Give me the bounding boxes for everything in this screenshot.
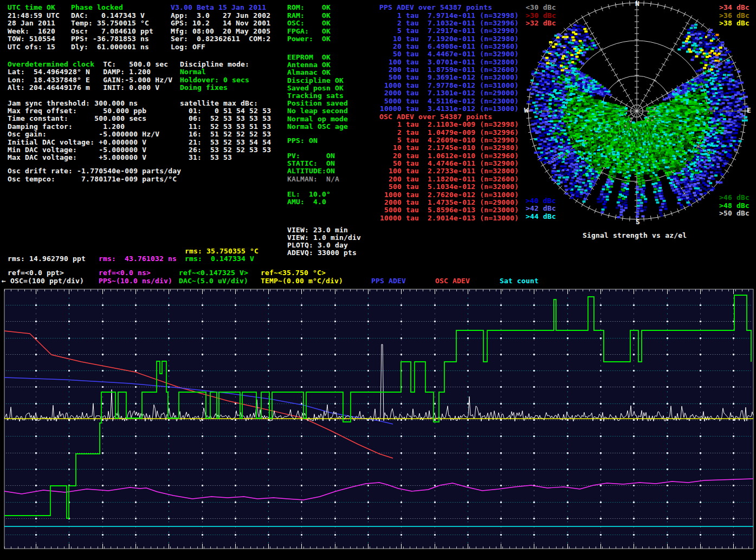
text-line: >50 dBc [719, 210, 749, 217]
text-line: 100 tau 3.0701e-011 (n=32800) [380, 58, 519, 66]
scale-dac: DAC~(5.0 uV/div) [179, 277, 248, 285]
utc-offset: UTC ofs: 15 [8, 43, 55, 51]
text-line: Holdover: 0 secs [180, 76, 249, 84]
serial: Ser: 0.82362611 COM:2 [171, 35, 270, 43]
eeprom-status: EEPROM OK [287, 54, 331, 61]
text-line: 5 tau 4.2609e-010 (n=32990) [380, 136, 519, 144]
view-span: VIEW: 23.0 min [287, 226, 348, 234]
text-line: Doing fixes [180, 84, 228, 92]
view-div: VIEW: 1.0 min/div [287, 234, 361, 242]
utc-time: 21:48:59 UTC [8, 12, 60, 19]
log-status: Log: OFF [171, 43, 205, 51]
text-line: 200 tau 1.1820e-011 (n=32600) [380, 175, 519, 183]
sat-max-dbc-header: satellite max dBc: [180, 100, 258, 107]
osc-status: OSC: OK [287, 19, 331, 27]
app-version: App: 3.0 27 Jun 2002 [171, 12, 270, 19]
gpsdo-console-screen: UTC time OK21:48:59 UTC28 Jan 2011Week: … [0, 0, 756, 560]
osc-age-status: Normal OSC age [287, 123, 348, 131]
scale-pps: PPS~(10.0 ns/div) [99, 277, 172, 285]
power-status: Power: OK [287, 35, 331, 43]
text-line: 26: 53 52 52 53 53 [180, 146, 271, 154]
discipline-status: Discipline OK [287, 77, 344, 84]
skyplot-title: Signal strength vs az/el [583, 232, 687, 239]
text-line: 21: 53 52 53 54 54 [180, 139, 271, 146]
text-line: 100 tau 2.2733e-011 (n=32800) [380, 167, 519, 175]
dly-value: Dly: 61.000001 ns [71, 43, 149, 51]
text-line: Time constant: 500.000 secs [8, 115, 146, 122]
rms-dac: rms: 0.147334 V [185, 255, 254, 263]
ref-osc: ref=<0.0 ppt> [8, 269, 64, 277]
mfg-date: Mfg: 08:00 20 May 2005 [171, 28, 270, 35]
scale-temp: TEMP~(0.00 m°C/div) [261, 277, 343, 285]
adevq: ADEVQ: 33000 pts [287, 249, 357, 257]
utc-date: 28 Jan 2011 [8, 19, 55, 27]
text-line: 20 tau 6.4908e-011 (n=32960) [380, 43, 519, 50]
text-line: 11: 52 53 53 51 53 [180, 123, 271, 131]
text-line: 2000 tau 7.1301e-012 (n=29000) [380, 89, 519, 97]
text-line: Min DAC voltage: -5.000000 V [8, 146, 146, 154]
text-line: 50 tau 4.4746e-011 (n=32900) [380, 160, 519, 167]
ram-status: RAM: OK [287, 12, 331, 19]
discipline-mode-label: Discipline mode: [180, 61, 249, 68]
text-line: Max freq offset: 50.000 ppb [8, 107, 146, 115]
text-line: Initial DAC voltage: +0.000000 V [8, 139, 146, 146]
text-line: 1 tau 7.9714e-011 (n=32998) [380, 12, 519, 19]
text-line: Damping factor: 1.200 [8, 123, 125, 131]
amu-mask: AMU: 4.0 [287, 198, 326, 206]
text-line: 06: 52 53 53 53 53 [180, 115, 271, 122]
temp-value: Temp: 35.750015 °C [71, 19, 149, 27]
text-line: 1000 tau 7.9778e-012 (n=31000) [380, 82, 519, 89]
text-line: 20 tau 1.0612e-010 (n=32960) [380, 152, 519, 160]
saved-posn-status: Saved posn OK [287, 84, 344, 92]
osc-drift: Osc drift rate: -1.770540e-009 parts/day [8, 167, 181, 175]
text-line: 16: 51 52 52 52 53 [180, 131, 271, 138]
text-layer: UTC time OK21:48:59 UTC28 Jan 2011Week: … [0, 0, 756, 560]
ref-temp: ref~<35.750 °C> [261, 269, 326, 277]
plotq: PLOTQ: 3.0 day [287, 242, 348, 249]
text-line: >48 dBc [719, 202, 749, 210]
pv-mode: PV: ON [287, 152, 335, 160]
scale-osc: ← OSC=(100 ppt/div) [2, 277, 84, 285]
text-line: 5000 tau 4.5116e-012 (n=23000) [380, 97, 519, 105]
text-line: 2 tau 1.0479e-009 (n=32996) [380, 129, 519, 136]
longitude: Lon: 18.4337848° E GAIN:-5.000 Hz/V [8, 76, 172, 84]
text-line: >46 dBc [719, 194, 749, 201]
gps-tow: TOW: 510554 [8, 35, 55, 43]
compass-w: W [524, 107, 528, 114]
text-line: 2000 tau 1.4735e-012 (n=29000) [380, 199, 519, 206]
altitude-mode: ALTITUDE:ON [287, 167, 335, 175]
pps-value: PPS↑ -36.781853 ns [71, 35, 149, 43]
osc-value: Osc↑ 7.084610 ppt [71, 28, 153, 35]
tracking-status: Tracking sats [287, 92, 344, 100]
rms-osc: rms: 14.962790 ppt [8, 255, 86, 263]
phase-status: Phase locked [71, 4, 123, 11]
rom-status: ROM: OK [287, 4, 331, 11]
legend-pps-adev: PPS ADEV [371, 277, 406, 285]
dbc-legend: <30 dBc [526, 4, 556, 11]
text-line: Normal [180, 68, 206, 76]
dac-value: DAC: 0.147343 V [71, 12, 145, 19]
text-line: Osc gain: -5.000000 Hz/V [8, 131, 159, 138]
pps-mode: PPS: ON [287, 137, 318, 145]
text-line: >30 dBc [526, 12, 556, 19]
text-line: 50 tau 4.4467e-011 (n=32900) [380, 50, 519, 58]
text-line: >38 dBc [719, 19, 749, 27]
fpga-status: FPGA: OK [287, 28, 331, 35]
leap-status: No leap second [287, 107, 348, 115]
text-line: >34 dBc [719, 4, 749, 11]
legend-sat-count: Sat count [500, 277, 539, 285]
text-line: 1 tau 2.1103e-009 (n=32998) [380, 121, 519, 128]
pps-adev-header: PPS ADEV over 54387 points [379, 4, 492, 11]
clock-mode: Overdetermined clock TC: 500.0 sec [8, 61, 168, 68]
text-line: 10000 tau 2.9014e-013 (n=13000) [380, 214, 519, 222]
text-line: 5 tau 7.2917e-011 (n=32990) [380, 27, 519, 35]
text-line: 10 tau 7.1920e-011 (n=32980) [380, 35, 519, 43]
text-line: >36 dBc [719, 12, 749, 19]
ref-dac: ref~<0.147325 V> [179, 269, 248, 277]
text-line: 2 tau 7.1032e-011 (n=32996) [380, 19, 519, 27]
text-line: >32 dBc [526, 19, 556, 27]
text-line: >42 dBc [526, 205, 556, 212]
compass-e: E [747, 107, 751, 114]
text-line: 5000 tau 5.8596e-013 (n=23000) [380, 206, 519, 214]
el-mask: EL: 10.0° [287, 191, 331, 198]
